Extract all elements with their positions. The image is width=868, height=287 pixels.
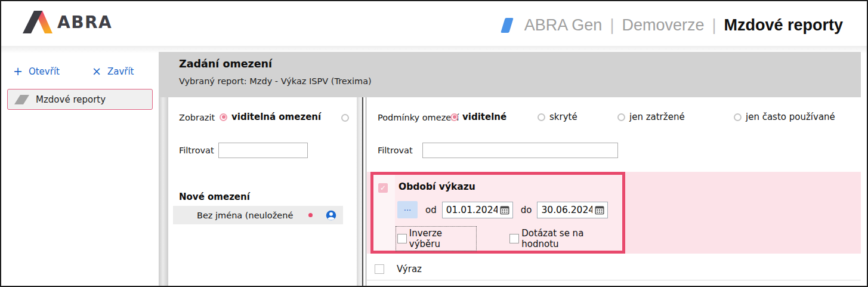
row-separator — [367, 280, 861, 280]
sidebar-item-label: Mzdové reporty — [36, 94, 106, 105]
date-from-field[interactable] — [442, 202, 513, 218]
conditions-label: Podmínky omezení — [378, 113, 459, 122]
condition-checked-checkbox[interactable]: ✓ — [378, 183, 388, 193]
radio-visible-label: viditelné — [462, 112, 506, 122]
invert-selection-option[interactable]: Inverze výběru — [397, 228, 475, 249]
breadcrumb: ABRA Gen | Demoverze | Mzdové reporty — [503, 13, 843, 37]
show-label: Zobrazit — [179, 113, 215, 122]
unsaved-dot-icon — [308, 213, 313, 217]
abra-logo: ABRA — [21, 9, 112, 35]
open-button[interactable]: + Otevřít — [13, 66, 60, 77]
expression-row[interactable]: Výraz — [367, 260, 861, 278]
radio-checked-only-label: jen zatržené — [629, 112, 685, 122]
radio-visible[interactable]: viditelné — [450, 112, 506, 122]
calendar-icon[interactable] — [595, 205, 604, 215]
radio-frequent-only-label: jen často používané — [746, 112, 835, 122]
restriction-item-label: Bez jména (neuložené — [197, 211, 293, 220]
more-button[interactable]: ... — [397, 201, 418, 218]
user-icon[interactable] — [326, 210, 336, 221]
radio-hidden-label: skryté — [549, 112, 577, 122]
radio-frequent-only[interactable]: jen často používané — [734, 112, 835, 122]
condition-box-obdobi-vykazu: ✓ Období výkazu ... od — [370, 172, 625, 254]
abra-slash-icon — [501, 18, 514, 33]
close-button[interactable]: × Zavřít — [92, 66, 134, 77]
breadcrumb-app: ABRA Gen — [524, 16, 603, 35]
radio-hidden[interactable]: skryté — [538, 112, 577, 122]
page-title: Mzdové reporty — [724, 16, 843, 35]
close-button-label: Zavřít — [107, 66, 134, 77]
radio-visible-restrictions[interactable]: viditelná omezení — [220, 112, 321, 122]
sidebar-item-mzdove-reporty[interactable]: Mzdové reporty — [7, 89, 153, 110]
radio-visible-restrictions-label: viditelná omezení — [231, 112, 321, 122]
left-filter-label: Filtrovat — [179, 146, 214, 155]
abra-logo-icon — [21, 9, 52, 35]
right-filter-input[interactable] — [422, 143, 618, 158]
ask-value-option[interactable]: Dotázat se na hodnotu — [509, 228, 622, 249]
condition-controls: ... od do — [397, 201, 608, 218]
radio-icon[interactable] — [538, 113, 545, 121]
from-label: od — [425, 205, 437, 215]
checkbox-icon[interactable] — [397, 234, 407, 243]
app-header: ABRA ABRA Gen | Demoverze | Mzdové repor… — [1, 1, 867, 46]
invert-selection-label: Inverze výběru — [409, 228, 475, 249]
expression-label: Výraz — [397, 264, 422, 274]
expression-checkbox[interactable] — [375, 264, 384, 274]
radio-checked-only[interactable]: jen zatržené — [617, 112, 685, 122]
radio-hidden-restrictions-clipped[interactable] — [341, 114, 349, 122]
sidebar: + Otevřít × Zavřít Mzdové reporty — [1, 53, 157, 286]
panel-title: Zadání omezení — [179, 58, 272, 70]
check-icon: ✓ — [380, 184, 386, 192]
logo-wordmark: ABRA — [57, 13, 112, 32]
radio-icon[interactable] — [734, 113, 742, 121]
radio-icon[interactable] — [617, 113, 625, 121]
plus-icon: + — [13, 66, 23, 77]
left-splitter[interactable] — [159, 97, 168, 286]
restriction-list-item[interactable]: Bez jména (neuložené — [173, 206, 343, 224]
date-to-field[interactable] — [537, 202, 608, 218]
app-window: ABRA ABRA Gen | Demoverze | Mzdové repor… — [0, 0, 868, 287]
breadcrumb-separator: | — [712, 16, 716, 35]
radio-selected-icon[interactable] — [220, 113, 227, 121]
date-to-input[interactable] — [541, 205, 592, 215]
to-label: do — [521, 205, 532, 215]
open-button-label: Otevřít — [29, 66, 60, 77]
ask-value-label: Dotázat se na hodnotu — [521, 228, 622, 249]
checkbox-icon[interactable] — [509, 234, 519, 243]
panel-subtitle: Vybraný report: Mzdy - Výkaz ISPV (Trexi… — [179, 76, 372, 86]
breadcrumb-separator: | — [610, 16, 614, 35]
mid-splitter[interactable] — [357, 97, 367, 286]
left-filter-input[interactable] — [218, 143, 308, 158]
radio-selected-icon[interactable] — [450, 113, 458, 121]
condition-options: Inverze výběru Dotázat se na hodnotu — [397, 228, 622, 249]
abra-slash-icon — [14, 95, 29, 104]
breadcrumb-env: Demoverze — [622, 16, 704, 35]
close-icon: × — [92, 66, 101, 77]
calendar-icon[interactable] — [500, 205, 509, 215]
right-filter-label: Filtrovat — [378, 146, 413, 155]
condition-title: Období výkazu — [399, 181, 475, 192]
new-restriction-label: Nové omezení — [179, 192, 250, 202]
date-from-input[interactable] — [446, 205, 498, 215]
